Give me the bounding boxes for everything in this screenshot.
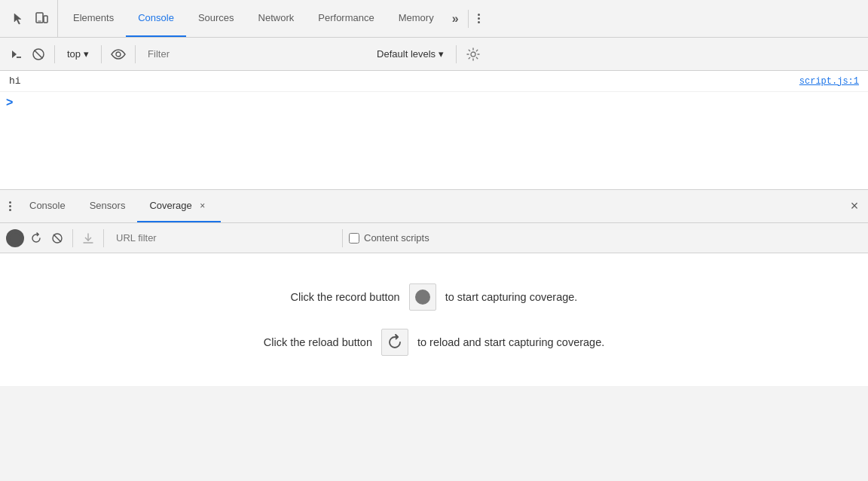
svg-line-10 [53,234,61,242]
clear-coverage-button[interactable] [48,229,66,247]
coverage-hint-record: Click the record button to start capturi… [291,283,578,311]
top-tabbar: Elements Console Sources Network Perform… [0,0,868,38]
drawer-tabbar: Console Sensors Coverage × × [0,190,868,223]
close-coverage-tab-button[interactable]: × [197,200,209,212]
more-options-icon [478,14,480,23]
svg-line-6 [35,50,43,58]
url-filter-input[interactable] [110,229,336,247]
coverage-toolbar-divider-1 [72,229,73,247]
tab-elements[interactable]: Elements [61,0,126,37]
record-icon [10,233,20,244]
tab-memory[interactable]: Memory [387,0,446,37]
reload-coverage-button[interactable] [27,229,45,247]
inline-reload-icon [387,334,403,351]
log-levels-button[interactable]: Default levels ▾ [371,45,450,63]
coverage-hint-reload: Click the reload button to reload and st… [264,329,605,356]
divider [468,10,469,28]
svg-rect-1 [44,16,47,23]
devtools-icons [3,0,58,37]
console-log-row-hi: hi script.js:1 [0,71,868,92]
tab-network[interactable]: Network [246,0,307,37]
console-output: hi script.js:1 > [0,71,868,190]
toolbar-divider-4 [456,45,457,63]
tab-console[interactable]: Console [126,0,186,37]
svg-point-8 [471,52,475,57]
console-caret: > [6,96,13,109]
inline-record-icon [415,290,430,305]
context-selector[interactable]: top ▾ [61,45,95,63]
inline-reload-button [381,329,408,356]
drawer-menu-button[interactable] [3,190,17,222]
content-scripts-label[interactable]: Content scripts [349,232,429,244]
coverage-empty-state: Click the record button to start capturi… [0,253,868,386]
coverage-toolbar-divider-2 [103,229,104,247]
svg-point-7 [116,52,121,57]
cursor-icon[interactable] [9,9,29,29]
close-drawer-button[interactable]: × [844,196,865,217]
filter-input[interactable] [142,45,368,63]
coverage-toolbar-divider-3 [342,229,343,247]
console-prompt-input[interactable] [16,97,862,109]
console-prompt-icon[interactable] [6,44,26,64]
tab-sources[interactable]: Sources [186,0,246,37]
tabs-overflow-button[interactable]: » [446,0,465,37]
content-scripts-checkbox[interactable] [349,233,359,244]
settings-button[interactable] [463,44,484,65]
console-toolbar: top ▾ Default levels ▾ [0,38,868,71]
record-coverage-button[interactable] [6,229,24,247]
download-coverage-button[interactable] [79,229,97,247]
drawer-tab-console[interactable]: Console [17,190,78,222]
live-expressions-button[interactable] [108,44,129,65]
toolbar-divider-1 [54,45,55,63]
bottom-drawer: Console Sensors Coverage × × [0,190,868,386]
tab-performance[interactable]: Performance [306,0,386,37]
svg-marker-3 [12,51,17,58]
clear-console-button[interactable] [29,44,48,64]
drawer-tab-coverage[interactable]: Coverage × [137,190,220,222]
console-input-row: > [0,92,868,113]
inline-record-button [409,283,436,311]
toolbar-divider-3 [135,45,136,63]
console-log-text: hi [9,75,21,87]
drawer-tab-sensors[interactable]: Sensors [78,190,138,222]
toolbar-divider-2 [101,45,102,63]
console-source-link[interactable]: script.js:1 [799,76,859,87]
drawer-menu-icon [9,201,11,211]
coverage-toolbar: Content scripts [0,223,868,253]
more-options-button[interactable] [475,11,483,26]
device-icon[interactable] [32,9,51,29]
